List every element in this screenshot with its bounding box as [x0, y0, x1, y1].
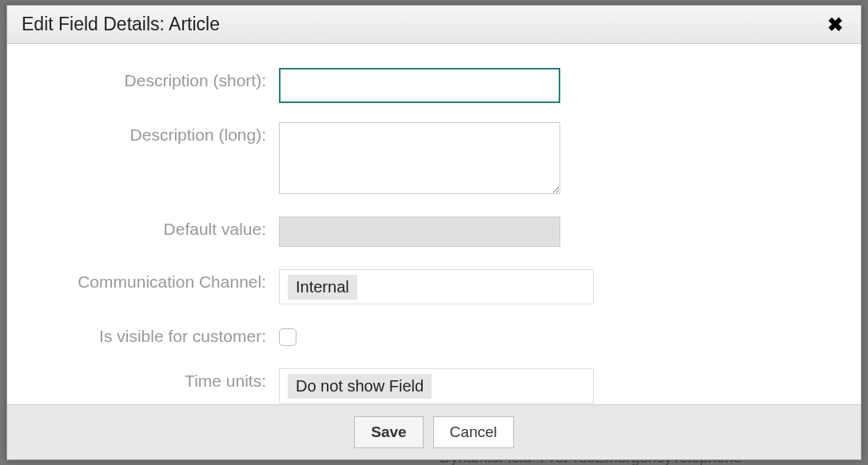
description-short-input[interactable] [279, 68, 560, 103]
modal-footer: Save Cancel [7, 404, 861, 459]
visible-customer-checkbox[interactable] [279, 328, 297, 346]
modal-dialog: Edit Field Details: Article ✖ Descriptio… [6, 5, 862, 460]
modal-body: Description (short): Description (long):… [7, 44, 861, 404]
communication-channel-select[interactable]: Internal [279, 269, 594, 304]
time-units-value: Do not show Field [288, 374, 432, 399]
label-description-short: Description (short): [23, 68, 279, 90]
save-button[interactable]: Save [354, 416, 423, 448]
modal-header: Edit Field Details: Article ✖ [7, 6, 861, 44]
row-time-units: Time units: Do not show Field [23, 368, 845, 403]
time-units-select[interactable]: Do not show Field [279, 368, 594, 403]
label-default-value: Default value: [23, 217, 279, 239]
modal-title: Edit Field Details: Article [22, 14, 220, 35]
label-communication-channel: Communication Channel: [23, 269, 279, 292]
row-visible-customer: Is visible for customer: [23, 324, 845, 349]
label-time-units: Time units: [23, 368, 279, 391]
description-long-input[interactable] [279, 122, 560, 194]
close-icon[interactable]: ✖ [824, 15, 846, 34]
communication-channel-value: Internal [288, 275, 357, 300]
row-description-long: Description (long): [23, 122, 845, 197]
label-visible-customer: Is visible for customer: [23, 324, 279, 346]
cancel-button[interactable]: Cancel [433, 416, 514, 448]
row-description-short: Description (short): [23, 68, 845, 103]
default-value-input [279, 217, 560, 247]
row-default-value: Default value: [23, 217, 845, 250]
label-description-long: Description (long): [23, 122, 279, 145]
row-communication-channel: Communication Channel: Internal [23, 269, 845, 304]
